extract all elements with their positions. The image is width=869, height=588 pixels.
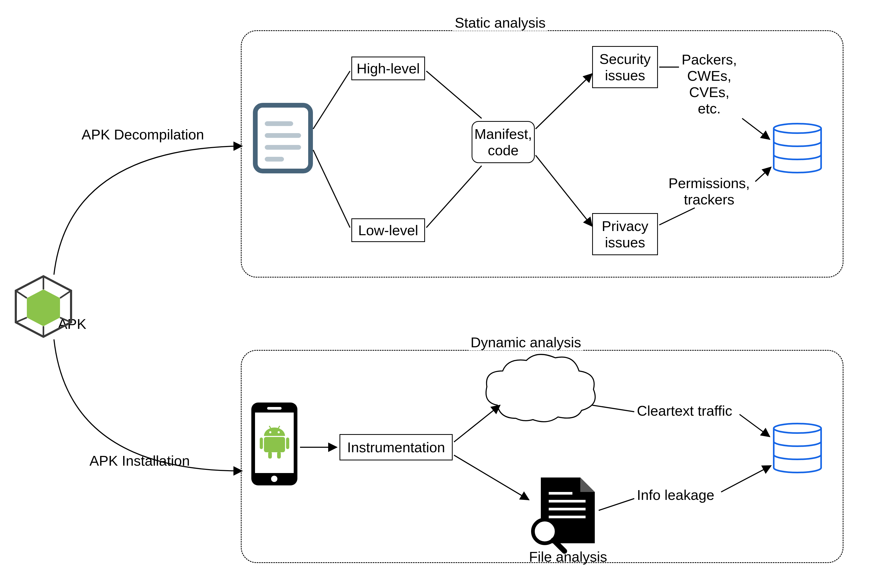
svg-rect-22 bbox=[268, 452, 272, 459]
edge-file-to-leak bbox=[599, 499, 634, 510]
edge-apk-to-install bbox=[54, 339, 242, 471]
edge-manifest-to-security bbox=[535, 74, 592, 129]
svg-point-15 bbox=[271, 475, 277, 482]
svg-line-6 bbox=[60, 317, 71, 322]
svg-point-33 bbox=[774, 424, 821, 433]
diagram-canvas: Static analysis Dynamic analysis High-le… bbox=[0, 0, 869, 588]
edge-cleartext-to-db bbox=[740, 414, 770, 437]
svg-rect-23 bbox=[277, 452, 281, 459]
edge-low-to-manifest bbox=[426, 166, 482, 228]
database-icon-static bbox=[774, 124, 821, 173]
edge-network-to-cleartext bbox=[592, 405, 634, 412]
edge-secout-to-db bbox=[742, 118, 770, 139]
svg-point-17 bbox=[269, 431, 271, 433]
edge-manifest-to-privacy bbox=[535, 155, 592, 226]
edge-apk-to-decompile bbox=[54, 146, 242, 275]
svg-layer bbox=[0, 0, 869, 588]
svg-point-18 bbox=[278, 431, 280, 433]
svg-rect-19 bbox=[264, 437, 285, 452]
edge-privacy-to-output bbox=[659, 208, 695, 225]
edge-instr-to-network bbox=[454, 405, 500, 442]
edge-doc-to-low bbox=[313, 150, 350, 228]
document-icon bbox=[255, 105, 311, 171]
svg-rect-20 bbox=[260, 437, 263, 449]
file-analysis-icon bbox=[533, 477, 595, 551]
svg-rect-8 bbox=[255, 105, 311, 171]
svg-rect-21 bbox=[286, 437, 289, 449]
svg-line-4 bbox=[60, 291, 71, 298]
svg-rect-16 bbox=[267, 407, 282, 410]
phone-android-icon bbox=[251, 403, 297, 486]
database-icon-dynamic bbox=[774, 424, 821, 472]
svg-point-32 bbox=[774, 124, 821, 133]
svg-line-5 bbox=[16, 317, 27, 322]
edge-leak-to-db bbox=[721, 466, 771, 492]
svg-line-3 bbox=[16, 291, 27, 298]
edge-doc-to-high bbox=[313, 71, 350, 129]
edge-instr-to-file bbox=[454, 455, 529, 500]
svg-marker-1 bbox=[27, 289, 60, 326]
apk-cube-icon bbox=[16, 276, 71, 337]
edge-high-to-manifest bbox=[426, 71, 482, 118]
network-cloud-icon bbox=[486, 354, 595, 422]
edge-privout-to-db bbox=[755, 167, 771, 182]
